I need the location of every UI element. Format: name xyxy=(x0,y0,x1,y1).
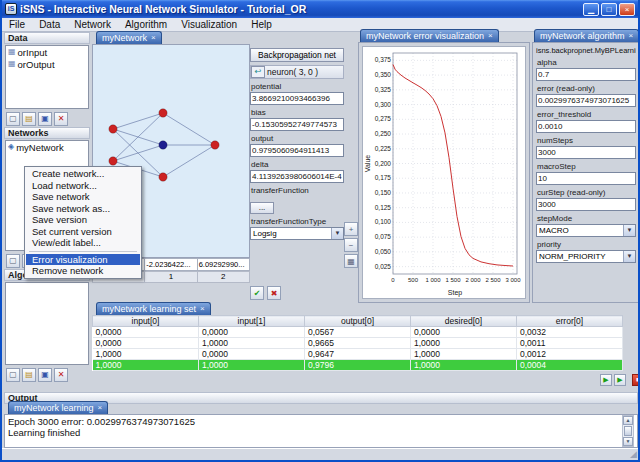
inspector-field-bias[interactable] xyxy=(250,118,344,131)
table-cell: 0,0032 xyxy=(517,327,623,338)
neuron-node[interactable] xyxy=(159,109,167,117)
neuron-node[interactable] xyxy=(159,173,167,181)
weight-value-cell: 6.09292990... xyxy=(198,258,250,271)
context-menu-item[interactable]: Error visualization xyxy=(26,254,140,266)
open-folder-icon[interactable]: ▤ xyxy=(22,112,36,126)
context-menu-item[interactable]: Save network as... xyxy=(26,203,140,215)
inspector-field-potential[interactable] xyxy=(250,92,344,105)
menu-file[interactable]: File xyxy=(2,19,32,30)
step-icon[interactable]: ▶ xyxy=(614,374,626,386)
close-button[interactable]: × xyxy=(619,3,635,16)
context-menu-item[interactable]: Load network... xyxy=(26,180,140,192)
column-header[interactable]: desired[0] xyxy=(411,316,517,327)
new-icon[interactable]: ▢ xyxy=(6,112,20,126)
scroll-up-icon[interactable]: ▲ xyxy=(623,416,633,425)
algorithm-field-macroStep[interactable] xyxy=(536,172,636,185)
output-scrollbar[interactable]: ▲ ▼ xyxy=(622,415,634,447)
x-tick-label: 500 xyxy=(408,277,419,283)
algorithm-field-numSteps[interactable] xyxy=(536,146,636,159)
context-menu-item[interactable]: View/edit label... xyxy=(26,237,140,249)
table-row[interactable]: 0,00000,00000,05670,00000,0032 xyxy=(93,327,623,338)
revert-icon[interactable]: ✖ xyxy=(267,286,281,300)
table-cell: 1,0000 xyxy=(411,360,517,371)
open-folder-icon[interactable]: ▤ xyxy=(22,368,36,382)
close-tab-icon[interactable]: × xyxy=(200,304,205,314)
stop-icon[interactable]: ■ xyxy=(632,374,640,386)
close-tab-icon[interactable]: × xyxy=(98,403,103,413)
weight-value-cell: -2.0236422... xyxy=(145,258,197,271)
close-tab-icon[interactable]: × xyxy=(629,31,634,41)
context-menu-item[interactable]: Set current version xyxy=(26,226,140,238)
back-icon[interactable]: ↩ xyxy=(251,66,265,78)
column-header[interactable]: input[1] xyxy=(199,316,305,327)
algorithm-field-error_threshold[interactable] xyxy=(536,120,636,133)
neuron-node[interactable] xyxy=(109,157,117,165)
data-list-item[interactable]: ▦orInput xyxy=(6,46,88,58)
menu-algorithm[interactable]: Algorithm xyxy=(118,19,174,30)
algorithm-field-curStep[interactable] xyxy=(536,198,636,211)
table-cell: 0,9665 xyxy=(305,338,411,349)
data-list-item-label: orInput xyxy=(18,47,48,58)
maximize-button[interactable]: □ xyxy=(601,3,617,16)
network-list-item[interactable]: ◈myNetwork xyxy=(6,141,88,153)
tab-algorithm[interactable]: myNetwork algorithm × xyxy=(534,29,639,42)
context-menu-item[interactable]: Remove network xyxy=(26,265,140,277)
new-icon[interactable]: ▢ xyxy=(6,254,20,268)
app-icon: iS xyxy=(5,3,17,15)
menu-help[interactable]: Help xyxy=(244,19,279,30)
grid-icon[interactable]: ▦ xyxy=(344,254,358,268)
inspector-select-transferFunctionType[interactable]: Logsig▼ xyxy=(250,227,344,240)
tab-output-learning[interactable]: myNetwork learning × xyxy=(8,401,108,414)
algorithms-list[interactable] xyxy=(5,282,89,365)
menu-network[interactable]: Network xyxy=(67,19,118,30)
table-row[interactable]: 0,00001,00000,96651,00000,0011 xyxy=(93,338,623,349)
layer-index-cell: 1 xyxy=(145,271,197,283)
zoom-in-icon[interactable]: + xyxy=(344,222,358,236)
tab-network[interactable]: myNetwork × xyxy=(96,31,162,44)
close-tab-icon[interactable]: × xyxy=(151,33,156,43)
new-icon[interactable]: ▢ xyxy=(6,368,20,382)
data-list-item[interactable]: ▦orOutput xyxy=(6,58,88,70)
tab-error-visualization[interactable]: myNetwork error visualization × xyxy=(360,29,499,42)
close-tab-icon[interactable]: × xyxy=(488,31,493,41)
zoom-out-icon[interactable]: − xyxy=(344,238,358,252)
table-row[interactable]: 1,00001,00000,97961,00000,0004 xyxy=(93,360,623,371)
tab-learning-set[interactable]: myNetwork learning set × xyxy=(96,302,211,315)
save-icon[interactable]: ▣ xyxy=(38,368,52,382)
play-icon[interactable]: ▶ xyxy=(600,374,612,386)
delete-icon[interactable]: ✕ xyxy=(54,112,68,126)
context-menu-item[interactable]: Save network xyxy=(26,191,140,203)
inspector-field-output[interactable] xyxy=(250,144,344,157)
backpropagation-net-button[interactable]: Backpropagation net xyxy=(250,48,344,62)
table-cell: 0,0567 xyxy=(305,327,411,338)
algorithm-field-alpha[interactable] xyxy=(536,68,636,81)
minimize-button[interactable]: ▁ xyxy=(583,3,599,16)
menu-visualization[interactable]: Visualization xyxy=(174,19,244,30)
neuron-node[interactable] xyxy=(159,141,167,149)
neuron-node[interactable] xyxy=(109,125,117,133)
algorithm-select-priority[interactable]: NORM_PRIORITY▼ xyxy=(536,250,636,263)
inspector-field-delta[interactable] xyxy=(250,170,344,183)
data-list-item-label: orOutput xyxy=(18,59,55,70)
apply-icon[interactable]: ✔ xyxy=(250,286,264,300)
menu-data[interactable]: Data xyxy=(32,19,67,30)
scrollbar-thumb[interactable] xyxy=(624,426,632,436)
delete-icon[interactable]: ✕ xyxy=(54,368,68,382)
context-menu-item[interactable]: Create network... xyxy=(26,168,140,180)
neuron-node[interactable] xyxy=(211,141,219,149)
synapse-edge xyxy=(113,113,163,161)
column-header[interactable]: error[0] xyxy=(517,316,623,327)
inspector-button-transferFunction[interactable]: ... xyxy=(250,202,274,214)
algorithm-field-error[interactable] xyxy=(536,94,636,107)
table-row[interactable]: 1,00000,00000,96471,00000,0012 xyxy=(93,349,623,360)
x-tick-label: 1 500 xyxy=(445,277,461,283)
save-icon[interactable]: ▣ xyxy=(38,112,52,126)
algorithm-select-stepMode[interactable]: MACRO▼ xyxy=(536,224,636,237)
context-menu-item[interactable]: Save version xyxy=(26,214,140,226)
column-header[interactable]: output[0] xyxy=(305,316,411,327)
error-chart: 0,0250,0500,0750,1000,1250,1500,1750,200… xyxy=(362,46,526,299)
resize-grip[interactable]: ◢ xyxy=(630,449,637,460)
column-header[interactable]: input[0] xyxy=(93,316,199,327)
data-list[interactable]: ▦orInput▦orOutput xyxy=(5,45,89,109)
scroll-down-icon[interactable]: ▼ xyxy=(623,437,633,446)
